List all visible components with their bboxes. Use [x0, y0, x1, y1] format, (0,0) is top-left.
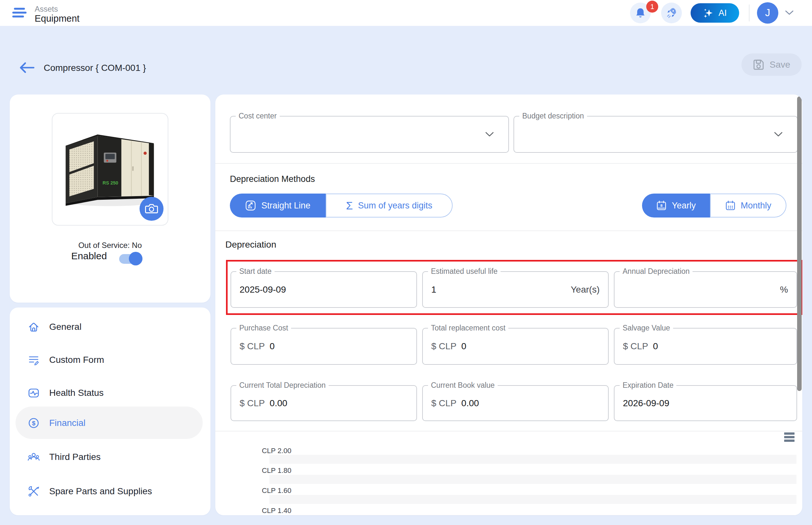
asset-photo-card: RS 250 Out of Service: No Enabled	[10, 94, 210, 303]
health-icon	[27, 387, 40, 400]
account-chevron-down-icon[interactable]	[785, 10, 794, 16]
method-sum-of-years-button[interactable]: Σ Sum of years digits	[326, 194, 453, 217]
salvage-value-label: Salvage Value	[620, 324, 673, 332]
user-avatar[interactable]: J	[757, 2, 778, 24]
purchase-cost-label: Purchase Cost	[236, 324, 291, 332]
annual-depreciation-suffix: %	[780, 285, 788, 295]
notification-badge: 1	[646, 1, 658, 13]
cost-center-label: Cost center	[236, 112, 280, 120]
sidebar-item-label: Spare Parts and Supplies	[49, 486, 152, 496]
purchase-cost-field[interactable]: Purchase Cost $ CLP 0	[231, 328, 417, 365]
change-photo-button[interactable]	[139, 197, 163, 221]
sidebar-item-custom-form[interactable]: Custom Form	[27, 350, 104, 370]
toggle-thumb	[129, 252, 143, 266]
total-replacement-cost-value: 0	[461, 341, 467, 351]
budget-description-label: Budget description	[519, 112, 587, 120]
divider	[215, 163, 802, 164]
save-button-label: Save	[770, 60, 790, 70]
camera-icon	[145, 203, 158, 214]
out-of-service-status: Out of Service: No	[10, 241, 210, 250]
current-total-depreciation-value: 0.00	[270, 398, 287, 408]
header-divider	[749, 4, 750, 21]
expiration-date-field[interactable]: Expiration Date 2026-09-09	[614, 385, 797, 421]
sidebar-item-label: Custom Form	[49, 355, 104, 365]
expiration-date-value: 2026-09-09	[623, 398, 669, 408]
current-total-depreciation-field[interactable]: Current Total Depreciation $ CLP 0.00	[231, 385, 417, 421]
sidebar-item-label: Health Status	[49, 388, 104, 398]
useful-life-field[interactable]: Estimated useful life 1 Year(s)	[422, 271, 609, 308]
chart-y-tick: CLP 2.00	[253, 446, 291, 455]
cost-center-select[interactable]: Cost center	[230, 116, 509, 153]
chart-y-tick: CLP 1.40	[253, 506, 291, 515]
currency-prefix: $ CLP	[240, 398, 265, 408]
sidebar-item-financial[interactable]: $ Financial	[27, 413, 86, 433]
dollar-icon: $	[27, 417, 40, 430]
useful-life-label: Estimated useful life	[428, 267, 501, 276]
expiration-date-label: Expiration Date	[620, 381, 676, 390]
rocket-icon	[665, 7, 678, 19]
total-replacement-cost-field[interactable]: Total replacement cost $ CLP 0	[422, 328, 609, 365]
sidebar-item-health-status[interactable]: Health Status	[27, 383, 104, 403]
useful-life-suffix: Year(s)	[571, 285, 600, 295]
notifications-button[interactable]: 1	[630, 3, 651, 23]
start-date-label: Start date	[236, 267, 275, 276]
annual-depreciation-label: Annual Depreciation	[620, 267, 693, 276]
asset-model-label: RS 250	[103, 180, 118, 185]
salvage-value-value: 0	[653, 341, 658, 351]
sidebar-item-label: Third Parties	[49, 452, 101, 462]
divider	[215, 230, 802, 231]
svg-text:8: 8	[661, 203, 663, 208]
annual-depreciation-field[interactable]: Annual Depreciation %	[614, 271, 797, 308]
bell-icon	[635, 7, 646, 19]
page-name: Equipment	[35, 14, 80, 23]
straight-line-icon	[245, 200, 256, 211]
top-bar: Assets Equipment 1 AI	[0, 0, 812, 26]
current-book-value-field[interactable]: Current Book value $ CLP 0.00	[422, 385, 609, 421]
period-toggle-group: 8 Yearly Monthly	[642, 194, 786, 217]
start-date-field[interactable]: Start date 2025-09-09	[231, 271, 417, 308]
sidebar-item-label: Financial	[49, 418, 86, 428]
scrollbar[interactable]	[797, 96, 802, 391]
back-button[interactable]	[18, 61, 35, 74]
form-icon	[27, 354, 40, 366]
current-book-value-value: 0.00	[461, 398, 479, 408]
chart-plot-area	[269, 455, 796, 515]
svg-text:$: $	[32, 420, 35, 426]
period-monthly-label: Monthly	[741, 201, 771, 211]
ai-assistant-button[interactable]: AI	[691, 3, 739, 22]
sparkles-icon	[703, 7, 714, 18]
save-button[interactable]: Save	[741, 54, 802, 76]
enabled-toggle[interactable]	[119, 252, 153, 266]
method-sum-of-years-label: Sum of years digits	[358, 201, 432, 211]
chart-y-tick: CLP 1.80	[253, 466, 291, 475]
sidebar-item-spare-parts[interactable]: Spare Parts and Supplies	[27, 482, 152, 501]
enabled-label: Enabled	[71, 251, 107, 261]
salvage-value-field[interactable]: Salvage Value $ CLP 0	[614, 328, 797, 365]
asset-image-frame: RS 250	[52, 113, 168, 226]
depreciation-heading: Depreciation	[225, 240, 276, 250]
chart-context-menu-button[interactable]	[784, 432, 795, 443]
currency-prefix: $ CLP	[431, 398, 457, 408]
divider	[215, 431, 802, 432]
sidebar-item-general[interactable]: General	[27, 317, 82, 336]
hamburger-menu-icon[interactable]	[12, 8, 27, 19]
calendar-year-icon: 8	[656, 200, 667, 211]
ai-button-label: AI	[719, 8, 727, 18]
current-total-depreciation-label: Current Total Depreciation	[236, 381, 329, 390]
period-monthly-button[interactable]: Monthly	[710, 194, 786, 217]
home-icon	[27, 320, 40, 333]
sidebar-item-third-parties[interactable]: Third Parties	[27, 447, 101, 467]
whats-new-button[interactable]	[661, 3, 682, 23]
currency-prefix: $ CLP	[623, 341, 648, 351]
sigma-icon: Σ	[346, 200, 353, 211]
useful-life-value: 1	[431, 285, 437, 295]
sidebar-item-label: General	[49, 322, 82, 332]
method-toggle-group: Straight Line Σ Sum of years digits	[230, 194, 453, 217]
asset-title: Compressor { COM-001 }	[44, 63, 146, 73]
period-yearly-label: Yearly	[672, 201, 696, 211]
period-yearly-button[interactable]: 8 Yearly	[642, 194, 710, 217]
tools-icon	[27, 485, 40, 498]
method-straight-line-button[interactable]: Straight Line	[230, 194, 326, 217]
section-menu-card: General Custom Form Health Status $ Fina…	[10, 308, 210, 515]
budget-description-select[interactable]: Budget description	[514, 116, 798, 153]
